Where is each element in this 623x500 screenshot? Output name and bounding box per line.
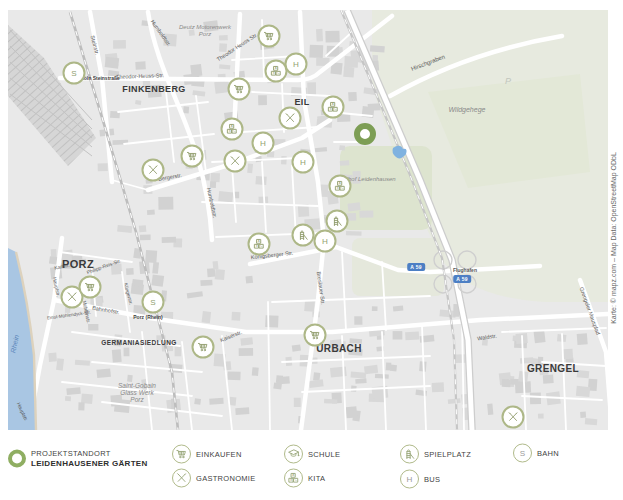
svg-text:A: A	[332, 102, 334, 106]
marker-bus: H	[252, 132, 275, 155]
legend-item-projektstandort: PROJEKTSTANDORT LEIDENHAUSENER GÄRTEN	[8, 449, 148, 468]
marker-gastronomie	[279, 107, 302, 130]
legend-label: SPIELPLATZ	[424, 450, 471, 459]
marker-bus: H	[292, 151, 315, 174]
svg-text:B: B	[337, 186, 339, 190]
legend-item-bus: HBUS	[400, 470, 440, 489]
legend-item-kita: ABCKITA	[284, 469, 325, 488]
gastronomie-icon	[175, 472, 188, 485]
marker-spielplatz	[326, 210, 349, 233]
kita-icon: ABC	[287, 472, 300, 485]
spielplatz-icon	[331, 215, 344, 228]
svg-text:H: H	[407, 475, 413, 484]
marker-projektstandort	[354, 123, 376, 145]
svg-text:B: B	[290, 478, 292, 482]
svg-text:S: S	[71, 69, 77, 78]
marker-kita: ABC	[221, 118, 244, 141]
svg-text:B: B	[330, 107, 332, 111]
svg-text:A: A	[275, 66, 277, 70]
marker-spielplatz	[292, 224, 315, 247]
legend-item-gastronomie: GASTRONOMIE	[172, 469, 256, 488]
marker-einkaufen	[192, 336, 215, 359]
bus-icon: H	[297, 156, 310, 169]
svg-text:B: B	[273, 71, 275, 75]
legend-label: GASTRONOMIE	[196, 474, 256, 483]
einkaufen-icon	[197, 341, 210, 354]
marker-gastronomie	[502, 406, 525, 429]
motorway-shield: A 59	[453, 275, 471, 283]
gastronomie-icon	[507, 411, 520, 424]
marker-einkaufen	[304, 324, 327, 347]
legend-project-line1: PROJEKTSTANDORT	[31, 449, 148, 458]
legend-item-schule: SCHULE	[284, 445, 340, 464]
legend-label: KITA	[308, 474, 325, 483]
marker-einkaufen	[79, 276, 102, 299]
svg-text:S: S	[520, 449, 526, 458]
kita-icon: ABC	[284, 469, 303, 488]
spielplatz-icon	[297, 229, 310, 242]
bus-icon: H	[290, 58, 303, 71]
bahn-icon: S	[516, 447, 529, 460]
marker-kita: ABC	[322, 96, 345, 119]
legend-label: EINKAUFEN	[196, 450, 242, 459]
spielplatz-icon	[400, 445, 419, 464]
marker-einkaufen	[181, 145, 204, 168]
marker-bus: H	[314, 230, 337, 253]
svg-text:B: B	[229, 129, 231, 133]
marker-einkaufen	[228, 78, 251, 101]
einkaufen-icon	[175, 448, 188, 461]
legend-label: SCHULE	[308, 450, 340, 459]
legend-item-einkaufen: EINKAUFEN	[172, 445, 242, 464]
legend-item-bahn: SBAHN	[513, 444, 559, 463]
bahn-icon: S	[147, 296, 160, 309]
gastronomie-icon	[172, 469, 191, 488]
kita-icon: ABC	[327, 101, 340, 114]
legend-project-line2: LEIDENHAUSENER GÄRTEN	[31, 459, 148, 468]
einkaufen-icon	[172, 445, 191, 464]
einkaufen-icon	[309, 329, 322, 342]
einkaufen-icon	[84, 281, 97, 294]
legend-label: BAHN	[537, 449, 559, 458]
map-credit: Karte: © mapz.com – Map Data: OpenStreet…	[610, 152, 617, 324]
marker-kita: ABC	[329, 175, 352, 198]
gastronomie-icon	[147, 164, 160, 177]
svg-text:A: A	[258, 239, 260, 243]
marker-einkaufen	[258, 25, 281, 48]
einkaufen-icon	[233, 83, 246, 96]
marker-kita: ABC	[248, 233, 271, 256]
bus-icon: H	[400, 470, 419, 489]
bus-icon: H	[257, 137, 270, 150]
marker-gastronomie	[142, 159, 165, 182]
bus-icon: H	[403, 473, 416, 486]
bahn-icon: S	[513, 444, 532, 463]
schule-icon	[287, 448, 300, 461]
svg-text:S: S	[150, 298, 156, 307]
marker-gastronomie	[224, 150, 247, 173]
svg-text:A: A	[339, 181, 341, 185]
kita-icon: ABC	[226, 123, 239, 136]
kita-icon: ABC	[334, 180, 347, 193]
kita-icon: ABC	[270, 65, 283, 78]
bahn-icon: S	[68, 67, 81, 80]
spielplatz-icon	[403, 448, 416, 461]
marker-bus: H	[285, 53, 308, 76]
gastronomie-icon	[66, 291, 79, 304]
svg-text:B: B	[256, 244, 258, 248]
kita-icon: ABC	[253, 238, 266, 251]
gastronomie-icon	[284, 112, 297, 125]
gastronomie-icon	[229, 155, 242, 168]
marker-bahn: S	[63, 62, 86, 85]
svg-text:H: H	[293, 60, 299, 69]
legend-label: BUS	[424, 475, 440, 484]
svg-text:A: A	[292, 473, 294, 477]
einkaufen-icon	[263, 30, 276, 43]
svg-text:H: H	[300, 158, 306, 167]
einkaufen-icon	[186, 150, 199, 163]
motorway-shield: A 59	[407, 263, 425, 271]
legend-item-spielplatz: SPIELPLATZ	[400, 445, 471, 464]
map-graphic	[8, 10, 608, 430]
svg-text:H: H	[322, 237, 328, 246]
svg-text:A: A	[231, 124, 233, 128]
marker-bahn: S	[142, 291, 165, 314]
bus-icon: H	[319, 235, 332, 248]
